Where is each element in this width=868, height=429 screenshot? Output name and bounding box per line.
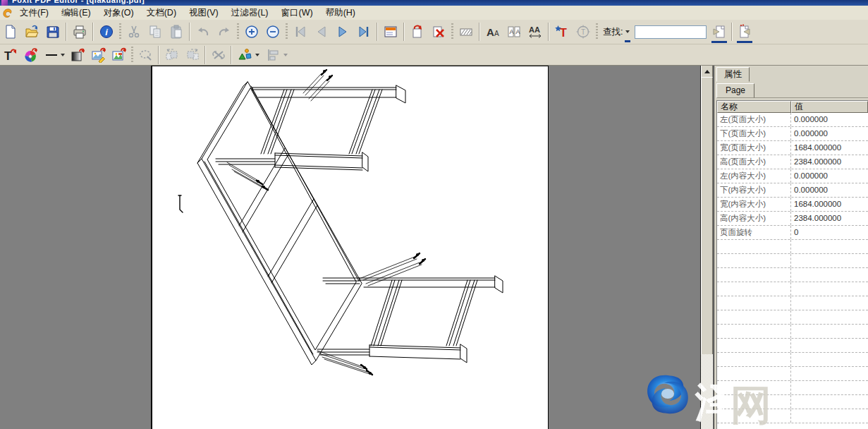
clone-lasso-icon bbox=[138, 47, 154, 63]
font-size-button[interactable]: A A bbox=[482, 21, 503, 42]
scroll-up-button[interactable] bbox=[701, 65, 713, 78]
rotate-page-button[interactable] bbox=[407, 21, 428, 42]
save-floppy-icon bbox=[45, 24, 61, 40]
save-button[interactable] bbox=[42, 21, 63, 42]
char-spacing-button[interactable]: AA bbox=[525, 21, 546, 42]
pdf-page[interactable] bbox=[151, 66, 549, 429]
replace-image-button[interactable] bbox=[109, 45, 129, 65]
find-input[interactable] bbox=[635, 25, 707, 39]
table-row[interactable]: 下(内容大小) 0.000000 bbox=[717, 183, 868, 198]
edit-image-button[interactable] bbox=[88, 45, 109, 65]
column-header-value[interactable]: 值 bbox=[791, 101, 868, 113]
table-row[interactable]: 宽(内容大小) 1684.000000 bbox=[717, 198, 868, 212]
edit-image-icon bbox=[91, 47, 106, 63]
next-page-button[interactable] bbox=[332, 21, 353, 42]
table-row[interactable]: 左(内容大小) 0.000000 bbox=[717, 169, 868, 183]
text-orientation-button[interactable]: T bbox=[573, 21, 594, 42]
menu-file[interactable]: 文件(F) bbox=[13, 6, 55, 20]
edit-text-button[interactable]: T bbox=[0, 45, 20, 65]
chevron-down-icon bbox=[283, 54, 288, 56]
previous-page-button[interactable] bbox=[311, 21, 332, 42]
color-wheel-icon bbox=[23, 47, 39, 63]
ungroup-button[interactable] bbox=[208, 45, 228, 65]
properties-panel: 属性 Page 名称 值 左(页面大小) 0.000000 下(页面大小) 0.… bbox=[714, 65, 868, 429]
align-button[interactable] bbox=[262, 45, 291, 65]
font-size-icon: A A bbox=[485, 24, 501, 40]
gradient-box-icon bbox=[71, 47, 86, 63]
delete-page-button[interactable] bbox=[428, 21, 449, 42]
cable-tray-drawing bbox=[152, 66, 548, 429]
page-layout-button[interactable] bbox=[380, 21, 401, 42]
open-folder-icon bbox=[24, 24, 39, 40]
menu-object[interactable]: 对象(O) bbox=[97, 6, 140, 20]
previous-page-icon bbox=[314, 24, 329, 40]
table-row[interactable]: 宽(页面大小) 1684.000000 bbox=[717, 141, 868, 155]
cut-button[interactable] bbox=[123, 21, 145, 42]
undo-button[interactable] bbox=[192, 21, 214, 42]
fill-gradient-button[interactable] bbox=[68, 45, 88, 65]
title-bar[interactable]: Foxit PDF Editor - [qiakuang.pdf] bbox=[0, 0, 868, 6]
open-button[interactable] bbox=[21, 21, 42, 42]
next-page-icon bbox=[335, 24, 350, 40]
menu-help[interactable]: 帮助(H) bbox=[319, 6, 362, 20]
copy-icon bbox=[147, 24, 163, 40]
find-previous-icon bbox=[711, 24, 727, 40]
table-row[interactable]: 高(页面大小) 2384.000000 bbox=[717, 155, 868, 169]
hatch-pattern-button[interactable] bbox=[456, 21, 477, 42]
send-backward-button[interactable] bbox=[161, 45, 182, 65]
find-label: 查找: bbox=[603, 26, 623, 38]
shapes-button[interactable] bbox=[234, 45, 262, 65]
table-row[interactable]: 左(页面大小) 0.000000 bbox=[717, 113, 868, 127]
insert-text-button[interactable]: T bbox=[551, 21, 573, 42]
svg-text:T: T bbox=[560, 27, 567, 39]
shapes-icon bbox=[238, 47, 253, 63]
last-page-button[interactable] bbox=[353, 21, 374, 42]
redo-button[interactable] bbox=[214, 21, 235, 42]
document-info-button[interactable]: i bbox=[96, 21, 117, 42]
scrollbar-thumb[interactable] bbox=[701, 77, 713, 355]
find-next-button[interactable] bbox=[735, 21, 754, 42]
find-dropdown[interactable] bbox=[623, 23, 632, 41]
menu-window[interactable]: 窗口(W) bbox=[275, 6, 319, 20]
color-picker-button[interactable] bbox=[20, 45, 41, 65]
properties-tab-bar: Page bbox=[716, 83, 868, 98]
clone-tool-button[interactable] bbox=[135, 45, 156, 65]
table-row[interactable]: 高(内容大小) 2384.000000 bbox=[717, 212, 868, 226]
table-row[interactable]: 下(页面大小) 0.000000 bbox=[717, 127, 868, 141]
text-cursor-mark bbox=[178, 195, 183, 212]
svg-text:A: A bbox=[510, 28, 514, 35]
application-window: Foxit PDF Editor - [qiakuang.pdf] 文件(F) … bbox=[0, 0, 868, 429]
char-boxes-icon: A A bbox=[506, 24, 522, 40]
tab-page[interactable]: Page bbox=[716, 83, 754, 98]
menu-edit[interactable]: 编辑(E) bbox=[55, 6, 97, 20]
paste-button[interactable] bbox=[166, 21, 187, 42]
menu-filter[interactable]: 过滤器(L) bbox=[225, 6, 275, 20]
menu-document[interactable]: 文档(D) bbox=[140, 6, 183, 20]
copy-button[interactable] bbox=[145, 21, 166, 42]
find-previous-button[interactable] bbox=[709, 21, 729, 42]
app-icon bbox=[1, 0, 8, 6]
first-page-button[interactable] bbox=[290, 21, 311, 42]
table-row[interactable]: 页面旋转 0 bbox=[717, 226, 868, 240]
ungroup-x-icon bbox=[211, 47, 226, 63]
document-workspace: 属性 Page 名称 值 左(页面大小) 0.000000 下(页面大小) 0.… bbox=[0, 65, 868, 429]
page-layout-icon bbox=[383, 24, 398, 40]
properties-title[interactable]: 属性 bbox=[716, 67, 750, 82]
rotate-page-icon bbox=[410, 24, 425, 40]
column-header-name[interactable]: 名称 bbox=[717, 101, 791, 113]
vertical-scrollbar[interactable] bbox=[701, 65, 713, 429]
bring-forward-button[interactable] bbox=[182, 45, 202, 65]
new-document-button[interactable] bbox=[0, 21, 21, 42]
info-icon: i bbox=[99, 24, 114, 40]
properties-table-header: 名称 值 bbox=[717, 101, 868, 113]
scrollbar-track[interactable] bbox=[701, 354, 713, 429]
zoom-out-button[interactable] bbox=[262, 21, 283, 42]
char-boxes-button[interactable]: A A bbox=[503, 21, 525, 42]
menu-view[interactable]: 视图(V) bbox=[183, 6, 225, 20]
hatch-pattern-icon bbox=[458, 24, 474, 40]
find-next-icon bbox=[737, 24, 752, 40]
print-button[interactable] bbox=[69, 21, 90, 42]
line-style-button[interactable] bbox=[41, 45, 68, 65]
chevron-down-icon bbox=[625, 30, 630, 33]
zoom-in-button[interactable] bbox=[241, 21, 262, 42]
